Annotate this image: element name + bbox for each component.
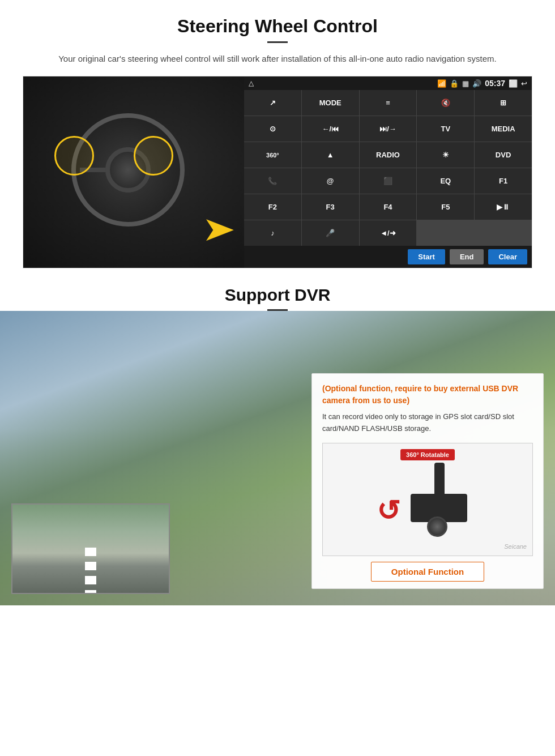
btn-f1[interactable]: F1: [475, 168, 532, 194]
btn-playpause[interactable]: ▶⏸: [475, 194, 532, 220]
rotate-arrow-icon: ↺: [377, 497, 400, 525]
highlight-left-controls: [54, 136, 94, 176]
btn-360[interactable]: 360°: [244, 142, 301, 168]
btn-music[interactable]: ♪: [244, 220, 301, 246]
status-right: 📶 🔒 ▦ 🔊 05:37 ⬜ ↩: [437, 79, 527, 88]
sim-icon: ▦: [462, 79, 469, 88]
window-icon: ⬜: [509, 79, 518, 88]
btn-mic[interactable]: 🎤: [302, 220, 359, 246]
status-bar: △ 📶 🔒 ▦ 🔊 05:37 ⬜ ↩: [244, 76, 532, 90]
btn-radio[interactable]: RADIO: [360, 142, 417, 168]
ui-control-panel: △ 📶 🔒 ▦ 🔊 05:37 ⬜ ↩ ↗ MODE ≡ 🔇: [244, 76, 532, 268]
dvr-desc-text: It can record video only to storage in G…: [322, 411, 533, 435]
btn-dvd[interactable]: DVD: [475, 142, 532, 168]
btn-internet[interactable]: @: [302, 168, 359, 194]
wifi-icon: 📶: [437, 79, 446, 88]
btn-menu[interactable]: ≡: [360, 90, 417, 116]
home-icon: △: [249, 79, 254, 87]
end-button[interactable]: End: [450, 249, 484, 264]
btn-f5[interactable]: F5: [417, 194, 474, 220]
steering-subtitle: Your original car's steering wheel contr…: [45, 52, 510, 66]
optional-function-button[interactable]: Optional Function: [371, 562, 484, 582]
btn-f4[interactable]: F4: [360, 194, 417, 220]
dvr-optional-text: (Optional function, require to buy exter…: [322, 383, 533, 407]
btn-nav[interactable]: ↗: [244, 90, 301, 116]
control-bar: Start End Clear: [244, 246, 532, 268]
status-left: △: [249, 79, 254, 87]
btn-apps[interactable]: ⊞: [475, 90, 532, 116]
dvr-inset-photo: [11, 503, 170, 594]
btn-mode[interactable]: MODE: [302, 90, 359, 116]
inset-road-lines: [85, 548, 96, 593]
status-time: 05:37: [485, 79, 505, 88]
camera-lens: [427, 516, 447, 537]
back-icon: ↩: [521, 79, 527, 88]
highlight-right-controls: [134, 136, 173, 176]
btn-media[interactable]: MEDIA: [475, 116, 532, 142]
btn-next[interactable]: ⏭/→: [360, 116, 417, 142]
rotate-badge: 360° Rotatable: [400, 449, 455, 460]
yellow-arrow-icon: ➤: [202, 212, 236, 246]
title-divider: [267, 41, 288, 43]
camera-illustration: ↺: [328, 451, 527, 542]
btn-brightness[interactable]: ☀: [417, 142, 474, 168]
steering-wheel-image: ➤: [23, 76, 244, 268]
btn-f3[interactable]: F3: [302, 194, 359, 220]
lock-icon: 🔒: [450, 79, 459, 88]
volume-icon: 🔊: [472, 79, 481, 88]
inset-road-scene: [12, 505, 169, 593]
btn-mute[interactable]: 🔇: [417, 90, 474, 116]
start-button[interactable]: Start: [408, 249, 445, 264]
steering-title: Steering Wheel Control: [23, 16, 532, 37]
btn-volprev[interactable]: ◄/➜: [360, 220, 417, 246]
dvr-info-card: (Optional function, require to buy exter…: [311, 373, 544, 589]
dvr-section: Support DVR (Optional function, require …: [0, 274, 555, 605]
steering-content-area: ➤ △ 📶 🔒 ▦ 🔊 05:37 ⬜ ↩: [23, 76, 532, 268]
btn-f2[interactable]: F2: [244, 194, 301, 220]
steering-section: Steering Wheel Control Your original car…: [0, 0, 555, 268]
btn-tv[interactable]: TV: [417, 116, 474, 142]
dvr-title: Support DVR: [0, 274, 555, 305]
seicane-watermark: Seicane: [504, 543, 527, 550]
btn-eq[interactable]: EQ: [417, 168, 474, 194]
clear-button[interactable]: Clear: [488, 249, 527, 264]
dvr-photo-area: (Optional function, require to buy exter…: [0, 311, 555, 605]
btn-screen[interactable]: ⬛: [360, 168, 417, 194]
camera-box: 360° Rotatable ↺ Seicane: [322, 443, 533, 556]
btn-prev[interactable]: ←/⏮: [302, 116, 359, 142]
btn-settings[interactable]: ⊙: [244, 116, 301, 142]
wheel-background: ➤: [23, 76, 244, 268]
btn-phone[interactable]: 📞: [244, 168, 301, 194]
button-grid: ↗ MODE ≡ 🔇 ⊞ ⊙ ←/⏮ ⏭/→ TV MEDIA 360° ▲ R…: [244, 90, 532, 246]
btn-eject[interactable]: ▲: [302, 142, 359, 168]
